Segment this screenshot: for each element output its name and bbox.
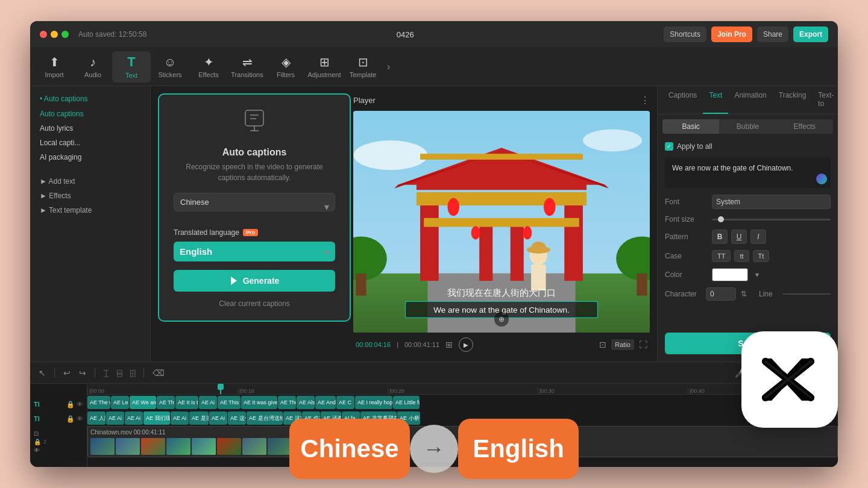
clip-en-6[interactable]: AE Ai (199, 396, 217, 409)
select-tool[interactable]: ↖ (36, 366, 48, 380)
video-track[interactable]: Chinatown.mov 00:00:41:11 (87, 426, 838, 457)
maximize-button[interactable] (61, 31, 69, 38)
style-tab-bubble[interactable]: Bubble (719, 119, 776, 134)
share-button[interactable]: Share (757, 27, 788, 42)
tool-effects[interactable]: ✦ Effects (189, 51, 228, 83)
translate-language-select[interactable]: English Chinese Spanish (174, 242, 335, 261)
clip-zh-2[interactable]: AE Ai (106, 411, 124, 425)
minimize-button[interactable] (51, 31, 58, 38)
sidebar-item-auto-lyrics[interactable]: Auto lyrics (35, 121, 145, 136)
ai-icon[interactable] (816, 174, 827, 184)
play-button[interactable]: ▶ (459, 337, 473, 352)
clip-zh-8[interactable]: AE 这个身 (228, 411, 246, 425)
player-menu-icon[interactable]: ⋮ (640, 95, 650, 106)
tab-captions[interactable]: Captions (662, 86, 703, 114)
timeline-tracks-area[interactable]: |00:00 |00:10 |00:20 |00:30 |00:40 AE Th… (87, 384, 838, 467)
font-size-slider[interactable] (712, 219, 831, 221)
color-dropdown-icon[interactable]: ▾ (755, 271, 759, 279)
delete-tool[interactable]: ⌫ (150, 366, 167, 380)
clip-en-1[interactable]: AE The w (87, 396, 110, 409)
join-pro-button[interactable]: Join Pro (711, 27, 752, 42)
clip-zh-15[interactable]: AE 小桥子可 (397, 411, 420, 425)
lock-icon[interactable]: 🔒 (66, 401, 75, 408)
tab-text-to[interactable]: Text-to (812, 86, 838, 114)
split-audio-tool[interactable]: ⌸ (115, 366, 124, 380)
language-select[interactable]: Chinese English Japanese (174, 193, 335, 211)
eye-icon[interactable]: 👁 (77, 401, 83, 408)
sidebar-item-auto-captions[interactable]: Auto captions (35, 107, 145, 121)
tab-text[interactable]: Text (703, 86, 728, 114)
clip-zh-3[interactable]: AE Ai (125, 411, 143, 425)
case-title-button[interactable]: Tt (753, 250, 770, 262)
sidebar-item-ai-packaging[interactable]: AI packaging (35, 150, 145, 164)
clip-zh-11[interactable]: AE 也在Ai (302, 411, 320, 425)
split-video-tool[interactable]: ⌹ (128, 366, 137, 380)
clip-en-13[interactable]: AE I really hope to (355, 396, 392, 409)
tool-text[interactable]: T Text (112, 51, 151, 83)
clip-en-10[interactable]: AE Also (297, 396, 315, 409)
tool-templates[interactable]: ⊡ Template (344, 51, 382, 83)
clip-en-14[interactable]: AE Little fat (393, 396, 420, 409)
clip-en-8[interactable]: AE It was given fr (241, 396, 277, 409)
clip-zh-14[interactable]: AE 非常希望在今天 (360, 411, 397, 425)
tool-audio[interactable]: ♪ Audio (74, 51, 112, 83)
split-tool[interactable]: ⌶ (101, 366, 111, 380)
clip-zh-1[interactable]: AE 人间 (87, 411, 105, 425)
tab-tracking[interactable]: Tracking (773, 86, 813, 114)
sidebar-group-effects[interactable]: ► Effects (35, 189, 145, 203)
redo-tool[interactable]: ↪ (77, 366, 89, 380)
generate-button[interactable]: Generate (174, 270, 335, 292)
tool-adjustment[interactable]: ⊞ Adjustment (305, 51, 344, 83)
clip-zh-6[interactable]: AE 是旧式 (189, 411, 209, 425)
character-spinner-icon[interactable]: ⇅ (741, 290, 747, 298)
clip-en-11[interactable]: AE And loy (315, 396, 336, 409)
clip-zh-4[interactable]: AE 我们现在 (143, 411, 170, 425)
tool-stickers[interactable]: ☺ Stickers (151, 51, 189, 83)
clip-zh-7[interactable]: AE Ai (209, 411, 227, 425)
clip-en-9[interactable]: AE Thes (278, 396, 296, 409)
clip-en-7[interactable]: AE This v (218, 396, 241, 409)
lock-zh-icon[interactable]: 🔒 (66, 415, 75, 423)
close-button[interactable] (40, 31, 47, 38)
sidebar-group-text-template[interactable]: ► Text template (35, 203, 145, 217)
tool-filters[interactable]: ◈ Filters (266, 51, 305, 83)
style-tab-effects[interactable]: Effects (776, 119, 833, 134)
font-size-thumb[interactable] (718, 216, 724, 222)
clip-zh-12[interactable]: AE 还有忘 (321, 411, 341, 425)
clip-en-2[interactable]: AE Le (111, 396, 129, 409)
shortcuts-button[interactable]: Shortcuts (664, 27, 706, 42)
export-button[interactable]: Export (793, 27, 828, 42)
apply-all-checkbox[interactable]: ✓ (665, 142, 673, 151)
tool-import[interactable]: ⬆ Import (35, 51, 74, 83)
clear-captions-button[interactable]: Clear current captions (174, 299, 335, 308)
italic-button[interactable]: I (750, 230, 766, 244)
underline-button[interactable]: U (731, 230, 747, 244)
clip-zh-9[interactable]: AE 是台湾送给旧金 (247, 411, 283, 425)
clip-en-12[interactable]: AE C (336, 396, 354, 409)
sidebar-item-local-captions[interactable]: Local capti... (35, 136, 145, 150)
clip-en-5[interactable]: AE It is t (175, 396, 198, 409)
clip-zh-10[interactable]: AE 这四 (283, 411, 301, 425)
sidebar-group-add-text[interactable]: ► Add text (35, 174, 145, 189)
ratio-button[interactable]: Ratio (611, 339, 634, 350)
undo-tool[interactable]: ↩ (61, 366, 73, 380)
case-upper-button[interactable]: TT (712, 250, 731, 262)
case-lower-button[interactable]: tt (734, 250, 749, 262)
fullscreen-icon[interactable]: ⛶ (639, 340, 647, 349)
character-input[interactable] (706, 287, 736, 301)
tool-transitions[interactable]: ⇌ Transitions (228, 51, 266, 83)
player-center-control[interactable]: ⊕ (494, 312, 509, 327)
style-tab-basic[interactable]: Basic (662, 119, 719, 134)
color-swatch[interactable] (712, 268, 748, 281)
clip-zh-13[interactable]: AI fa (342, 411, 360, 425)
toolbar-more-icon[interactable]: › (382, 61, 395, 72)
screenshot-icon[interactable]: ⊡ (599, 340, 606, 349)
font-select[interactable]: System Helvetica Arial (712, 195, 831, 209)
tab-animation[interactable]: Animation (728, 86, 772, 114)
clip-en-4[interactable]: AE Th (157, 396, 175, 409)
eye-zh-icon[interactable]: 👁 (77, 415, 83, 423)
frame-back-icon[interactable]: ⊞ (445, 340, 453, 349)
clip-zh-5[interactable]: AE Ai (171, 411, 189, 425)
clip-en-3[interactable]: AE We are (130, 396, 156, 409)
bold-button[interactable]: B (712, 230, 728, 244)
